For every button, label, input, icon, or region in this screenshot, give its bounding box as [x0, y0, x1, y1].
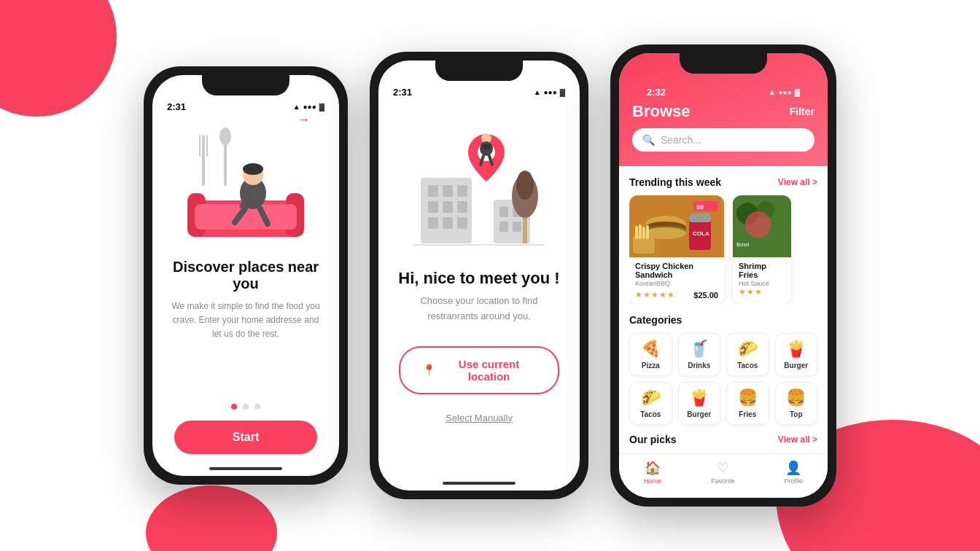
svg-rect-19 [428, 201, 438, 213]
category-burger-fries[interactable]: 🍟 Burger [775, 333, 818, 376]
burger-label: Burger [784, 362, 808, 370]
view-all-trending[interactable]: View all > [778, 177, 817, 187]
svg-rect-0 [202, 135, 205, 186]
category-pizza[interactable]: 🍕 Pizza [629, 333, 672, 376]
tacos-label: Tacos [737, 362, 758, 370]
svg-rect-1 [199, 135, 201, 157]
nav-favorite[interactable]: ♡ Favorite [711, 460, 735, 485]
our-picks-header: Our picks View all > [629, 434, 817, 445]
wifi-icon-1: ▲ [293, 103, 300, 111]
phone-3: 2:32 ▲ ●●● ▓ Browse Filter 🔍 Search... [610, 44, 836, 507]
dot-2 [243, 404, 249, 410]
svg-rect-51 [642, 227, 645, 239]
profile-nav-label: Profile [784, 477, 803, 485]
svg-rect-22 [428, 217, 438, 229]
battery-icon-3: ▓ [795, 88, 800, 96]
trending-section-header: Trending this week View all > [629, 176, 817, 188]
category-drinks[interactable]: 🥤 Drinks [678, 333, 721, 376]
onboarding-title-1: Discover places near you [152, 259, 339, 292]
phone-1: 2:31 ▲ ●●● ▓ → [144, 66, 348, 485]
food-card-2[interactable]: Bowl Shrimp Fries Hot Sauce ★★★ [733, 195, 791, 304]
select-manually-link[interactable]: Select Manually [446, 413, 513, 423]
svg-rect-26 [499, 207, 508, 217]
browse-top-row: Browse Filter [632, 102, 814, 128]
svg-rect-21 [457, 201, 467, 213]
pizza-label: Pizza [642, 362, 660, 370]
screen-3: 2:32 ▲ ●●● ▓ Browse Filter 🔍 Search... [619, 53, 828, 498]
illustration-couch [173, 128, 319, 251]
tacos-emoji-2: 🌮 [641, 388, 661, 407]
battery-icon-2: ▓ [560, 88, 565, 96]
svg-rect-2 [206, 135, 208, 157]
start-button[interactable]: Start [174, 421, 317, 454]
svg-point-4 [219, 128, 231, 145]
trending-scroll: COLA 59 [629, 195, 817, 304]
category-tacos[interactable]: 🌮 Tacos [726, 333, 769, 376]
svg-rect-52 [646, 225, 649, 239]
signal-icon-2: ●●● [544, 88, 557, 96]
food-price-1: $25.00 [693, 291, 718, 300]
use-location-button[interactable]: 📍 Use current location [399, 346, 559, 394]
screen-1: 2:31 ▲ ●●● ▓ → [152, 75, 339, 476]
browse-title: Browse [632, 102, 690, 121]
svg-rect-17 [443, 185, 453, 197]
our-picks-title: Our picks [629, 434, 677, 445]
profile-nav-icon: 👤 [785, 460, 801, 476]
svg-rect-50 [639, 224, 642, 239]
category-top[interactable]: 🍔 Top [775, 382, 818, 425]
svg-rect-49 [635, 226, 638, 239]
tacos-emoji: 🌮 [738, 340, 758, 359]
battery-icon-1: ▓ [319, 103, 324, 111]
svg-point-58 [745, 211, 771, 238]
svg-text:Bowl: Bowl [736, 241, 750, 248]
status-icons-1: ▲ ●●● ▓ [293, 103, 324, 111]
category-burger-2[interactable]: 🍟 Burger [678, 382, 721, 425]
onboarding-subtitle-1: We make it simple to find the food you c… [152, 300, 339, 342]
home-bar-1 [209, 467, 282, 470]
signal-icon-1: ●●● [303, 103, 316, 111]
phones-container: 2:31 ▲ ●●● ▓ → [0, 0, 980, 551]
svg-point-11 [243, 163, 263, 175]
status-icons-3: ▲ ●●● ▓ [769, 88, 800, 96]
category-fries[interactable]: 🍔 Fries [726, 382, 769, 425]
svg-rect-46 [689, 214, 711, 222]
category-tacos-2[interactable]: 🌮 Tacos [629, 382, 672, 425]
nav-home[interactable]: 🏠 Home [644, 460, 661, 485]
food-card-1[interactable]: COLA 59 [629, 195, 724, 304]
svg-rect-23 [443, 217, 453, 229]
signal-icon-3: ●●● [779, 88, 792, 96]
search-icon: 🔍 [642, 134, 655, 146]
svg-text:COLA: COLA [693, 230, 709, 237]
svg-rect-29 [513, 222, 521, 232]
pizza-emoji: 🍕 [641, 340, 661, 359]
filter-button[interactable]: Filter [790, 106, 814, 117]
svg-rect-28 [499, 222, 508, 232]
phone-notch-2 [435, 60, 523, 81]
skip-button-1[interactable]: → [282, 112, 324, 128]
top-label: Top [790, 410, 803, 418]
pagination-dots [231, 404, 260, 410]
dot-3 [254, 404, 260, 410]
nav-profile[interactable]: 👤 Profile [784, 460, 803, 485]
svg-rect-16 [428, 185, 438, 197]
svg-rect-37 [482, 144, 491, 149]
screen-2: 2:31 ▲ ●●● ▓ [378, 60, 580, 491]
favorite-nav-label: Favorite [711, 477, 735, 485]
phone-2: 2:31 ▲ ●●● ▓ [370, 52, 588, 499]
categories-section-header: Categories [629, 314, 817, 326]
view-all-picks[interactable]: View all > [778, 434, 817, 445]
home-bar-2 [443, 482, 516, 485]
food-stars-2: ★★★ [739, 287, 785, 297]
location-title: Hi, nice to meet you ! [398, 269, 559, 288]
svg-text:59: 59 [696, 203, 704, 211]
wifi-icon-3: ▲ [769, 88, 776, 96]
burger-emoji: 🍔 [738, 388, 758, 407]
location-pin-icon: 📍 [422, 364, 436, 377]
drinks-label: Drinks [688, 362, 710, 370]
our-picks-section: Our picks View all > [629, 434, 817, 445]
food-stars-1: ★★★★★ [635, 290, 674, 300]
svg-rect-18 [457, 185, 467, 197]
favorite-nav-icon: ♡ [717, 460, 728, 476]
food-place-1: KoreanBBQ [635, 280, 718, 287]
search-bar[interactable]: 🔍 Search... [632, 128, 814, 152]
